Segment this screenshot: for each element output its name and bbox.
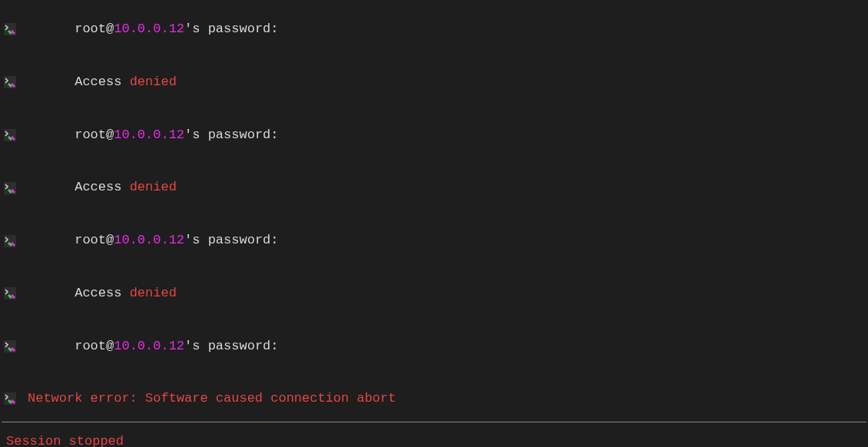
terminal-icon <box>4 182 16 194</box>
network-error-text: Network error: Software caused connectio… <box>28 390 396 408</box>
line-icon <box>2 23 23 35</box>
prompt-row: root@10.0.0.12's password: <box>2 320 866 373</box>
terminal-icon <box>4 76 16 88</box>
prompt-text: root@10.0.0.12's password: <box>28 3 278 56</box>
prompt-row: root@10.0.0.12's password: <box>2 3 866 56</box>
terminal-icon <box>4 340 16 353</box>
prompt-text: root@10.0.0.12's password: <box>28 109 278 162</box>
terminal-icon <box>4 23 16 35</box>
prompt-text: root@10.0.0.12's password: <box>28 320 278 373</box>
line-icon <box>2 340 23 353</box>
blank-line <box>2 373 866 390</box>
access-denied-text: Access denied <box>28 56 177 109</box>
line-icon <box>2 76 23 88</box>
prompt-row: root@10.0.0.12's password: <box>2 214 866 267</box>
terminal-icon <box>4 287 16 300</box>
line-icon <box>2 182 23 194</box>
access-denied-row: Access denied <box>2 267 866 320</box>
access-denied-text: Access denied <box>28 267 177 320</box>
session-stopped-label: Session stopped <box>6 433 866 447</box>
line-icon <box>2 235 23 247</box>
line-icon <box>2 392 23 405</box>
terminal-icon <box>4 392 16 405</box>
session-stopped-block: Session stopped - Press <Return> to exit… <box>2 433 866 447</box>
prompt-text: root@10.0.0.12's password: <box>28 214 278 267</box>
divider <box>2 422 866 422</box>
line-icon <box>2 287 23 300</box>
network-error-row: Network error: Software caused connectio… <box>2 390 866 408</box>
line-icon <box>2 129 23 141</box>
terminal-icon <box>4 129 16 141</box>
terminal-icon <box>4 235 16 247</box>
access-denied-row: Access denied <box>2 161 866 214</box>
access-denied-row: Access denied <box>2 56 866 109</box>
terminal[interactable]: root@10.0.0.12's password: Access denied <box>0 0 868 447</box>
access-denied-text: Access denied <box>28 161 177 214</box>
prompt-row: root@10.0.0.12's password: <box>2 109 866 162</box>
